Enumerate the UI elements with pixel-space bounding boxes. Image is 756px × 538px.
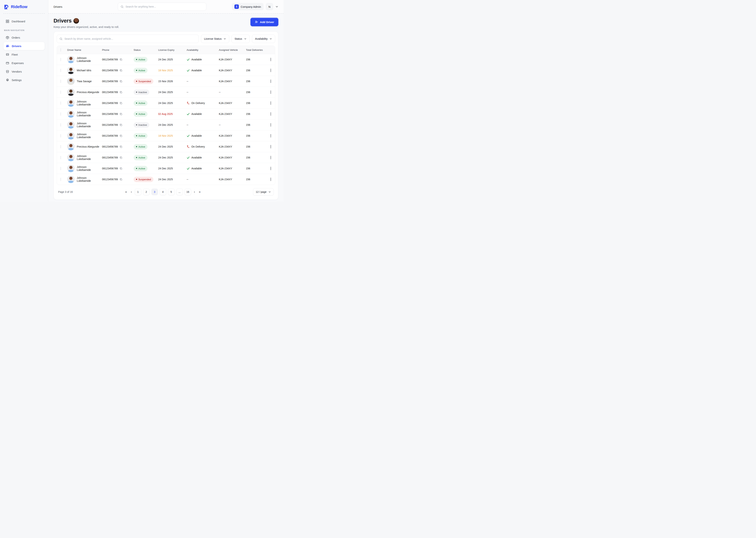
page-summary: Page 3 of 16 [58, 190, 73, 193]
row-checkbox[interactable] [61, 178, 61, 181]
next-page-button[interactable]: › [193, 190, 196, 194]
row-checkbox[interactable] [61, 123, 61, 127]
row-checkbox[interactable] [61, 101, 61, 105]
filter-availability[interactable]: Availability [252, 34, 275, 43]
row-menu-button[interactable] [268, 68, 273, 73]
last-page-button[interactable]: » [198, 190, 202, 194]
row-menu-button[interactable] [268, 101, 273, 105]
global-search[interactable] [118, 3, 206, 11]
driver-avatar [67, 176, 74, 183]
row-checkbox[interactable] [61, 156, 61, 159]
sidebar-item-vendors[interactable]: Vendors [3, 67, 45, 76]
global-search-input[interactable] [125, 5, 204, 8]
license-expiry: 24 Dec 2025 [158, 102, 187, 105]
copy-icon[interactable] [119, 178, 122, 181]
sidebar-item-dashboard[interactable]: Dashboard [3, 17, 45, 26]
assigned-vehicle: -- [219, 91, 246, 94]
page-button-16[interactable]: 16 [185, 188, 191, 195]
row-checkbox[interactable] [61, 69, 61, 72]
select-all-checkbox[interactable] [61, 48, 61, 52]
copy-icon[interactable] [119, 145, 122, 148]
driver-search[interactable] [57, 34, 199, 43]
page-button-2[interactable]: 2 [143, 188, 150, 195]
copy-icon[interactable] [119, 102, 122, 105]
driver-phone: 08123456789 [102, 156, 118, 159]
add-driver-button[interactable]: Add Driver [251, 18, 278, 26]
page-button-...[interactable]: ... [176, 188, 183, 195]
row-checkbox[interactable] [61, 145, 61, 148]
sidebar-item-expenses[interactable]: Expenses [3, 59, 45, 67]
assigned-vehicle: KJA-234XY [219, 102, 246, 105]
sidebar-item-fleet[interactable]: Fleet [3, 50, 45, 59]
prev-page-button[interactable]: ‹ [130, 190, 133, 194]
chevron-down-icon [268, 190, 271, 193]
driver-name: Michael Idris [77, 69, 91, 72]
wallet-icon [6, 61, 9, 65]
status-dot [136, 70, 137, 71]
copy-icon[interactable] [119, 91, 122, 94]
drivers-card: License Status Status Availability Drive… [54, 31, 278, 200]
sidebar-item-orders[interactable]: Orders [3, 33, 45, 42]
status-badge: Suspended [134, 79, 153, 84]
row-checkbox[interactable] [61, 80, 61, 83]
status-dot [136, 92, 137, 93]
copy-icon[interactable] [119, 58, 122, 61]
copy-icon[interactable] [119, 156, 122, 159]
driver-search-input[interactable] [65, 37, 196, 40]
license-expiry: 18 Nov 2025 [158, 69, 187, 72]
row-menu-button[interactable] [268, 57, 273, 62]
driver-name: Johnson Lukebamide [77, 176, 101, 182]
page-button-1[interactable]: 1 [135, 188, 141, 195]
row-menu-button[interactable] [268, 144, 273, 149]
license-expiry: 24 Dec 2025 [158, 167, 187, 170]
status-badge: Active [134, 111, 148, 117]
row-checkbox[interactable] [61, 167, 61, 170]
first-page-button[interactable]: « [124, 190, 128, 194]
row-checkbox[interactable] [61, 134, 61, 137]
availability-label: On Delivery [191, 145, 205, 148]
row-checkbox[interactable] [61, 58, 61, 61]
page-button-3[interactable]: 3 [151, 188, 158, 195]
chevron-down-icon[interactable] [275, 5, 278, 8]
row-menu-button[interactable] [268, 90, 273, 94]
copy-icon[interactable] [119, 134, 122, 137]
avatar[interactable]: N [266, 3, 273, 10]
assigned-vehicle: KJA-234XY [219, 58, 246, 61]
filter-license-status[interactable]: License Status [201, 34, 229, 43]
copy-icon[interactable] [119, 113, 122, 115]
page-size-select[interactable]: 12 / page [253, 188, 274, 195]
sidebar-item-label: Fleet [12, 53, 18, 56]
row-checkbox[interactable] [61, 112, 61, 116]
sidebar-item-settings[interactable]: Settings [3, 76, 45, 84]
filter-status[interactable]: Status [231, 34, 250, 43]
role-badge[interactable]: Company Admin [232, 3, 263, 10]
row-menu-button[interactable] [268, 134, 273, 138]
row-menu-button[interactable] [268, 79, 273, 84]
page-button-4[interactable]: 4 [160, 188, 166, 195]
row-checkbox[interactable] [61, 90, 61, 94]
filter-label: Availability [255, 37, 268, 40]
topbar: Drivers Company Admin N [48, 0, 283, 14]
row-menu-button[interactable] [268, 112, 273, 116]
sidebar-item-drivers[interactable]: Drivers [3, 42, 45, 50]
license-expiry: 24 Dec 2025 [158, 58, 187, 61]
driver-avatar [67, 143, 74, 150]
page-button-5[interactable]: 5 [168, 188, 175, 195]
table-row: Precious Abegunde 08123456789 Inactive 2… [57, 86, 275, 97]
license-expiry: 24 Dec 2025 [158, 178, 187, 181]
assigned-vehicle: KJA-234XY [219, 69, 246, 72]
copy-icon[interactable] [119, 69, 122, 72]
row-menu-button[interactable] [268, 166, 273, 171]
row-menu-button[interactable] [268, 123, 273, 127]
driver-name: Johnson Lukebamide [77, 111, 101, 117]
driver-name: Johnson Lukebamide [77, 155, 101, 160]
row-menu-button[interactable] [268, 155, 273, 160]
pager-controls: « ‹ 12345...16 › » [124, 188, 202, 195]
copy-icon[interactable] [119, 80, 122, 83]
total-deliveries: 156 [246, 80, 268, 83]
copy-icon[interactable] [119, 167, 122, 170]
sidebar-item-label: Orders [12, 36, 20, 39]
total-deliveries: 156 [246, 91, 268, 94]
copy-icon[interactable] [119, 124, 122, 126]
row-menu-button[interactable] [268, 177, 273, 182]
